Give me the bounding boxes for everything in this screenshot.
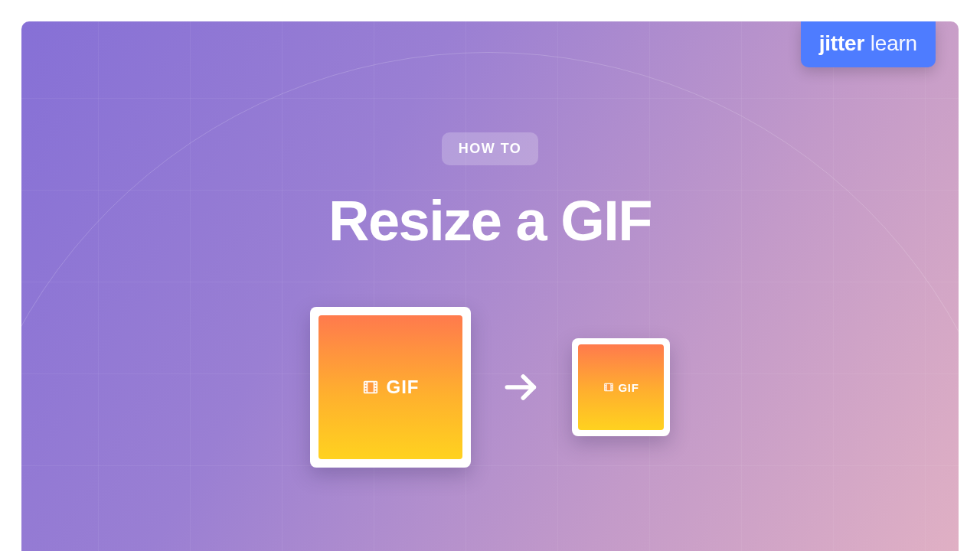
svg-rect-15 [605,390,606,390]
gif-card-large-inner: GIF [318,315,462,459]
svg-rect-17 [611,386,612,386]
film-icon [603,382,614,393]
gif-card-small-inner: GIF [578,344,664,430]
hero-canvas: jitter learn HOW TO Resize a GIF [21,21,959,551]
svg-rect-5 [374,383,376,384]
svg-rect-6 [374,385,376,386]
svg-rect-14 [605,388,606,389]
svg-rect-19 [611,390,612,390]
film-icon [362,379,379,396]
page-title: Resize a GIF [328,188,652,253]
category-pill: HOW TO [442,132,539,165]
svg-rect-8 [374,391,376,393]
svg-rect-13 [605,386,606,386]
arrow-right-icon [500,366,543,409]
svg-rect-1 [364,383,366,384]
resize-illustration: GIF [310,307,670,468]
svg-rect-12 [605,384,606,385]
gif-card-large: GIF [310,307,471,468]
svg-rect-16 [611,384,612,385]
svg-rect-9 [368,383,373,393]
svg-rect-7 [374,388,376,390]
content-area: HOW TO Resize a GIF [21,21,959,551]
svg-rect-3 [364,388,366,390]
gif-card-small: GIF [572,338,670,436]
svg-rect-18 [611,388,612,389]
gif-label-small: GIF [619,381,639,394]
svg-rect-20 [606,384,610,390]
svg-rect-4 [364,391,366,393]
gif-label-large: GIF [387,377,420,398]
svg-rect-2 [364,385,366,386]
